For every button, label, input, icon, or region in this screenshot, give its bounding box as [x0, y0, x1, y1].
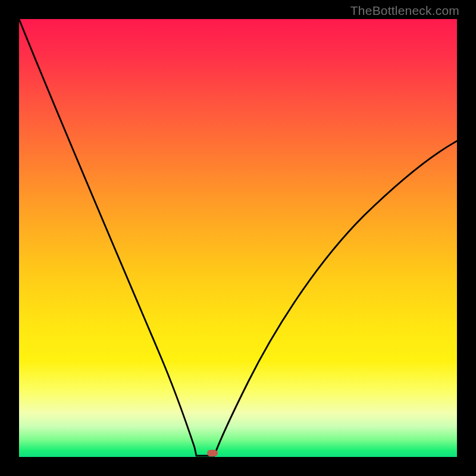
bottleneck-marker — [207, 450, 218, 456]
watermark-text: TheBottleneck.com — [350, 4, 459, 18]
chart-container: TheBottleneck.com — [0, 0, 476, 476]
curve-left-branch — [19, 19, 196, 456]
curve-svg — [19, 19, 457, 457]
plot-area — [19, 19, 457, 457]
curve-right-branch — [214, 141, 457, 456]
